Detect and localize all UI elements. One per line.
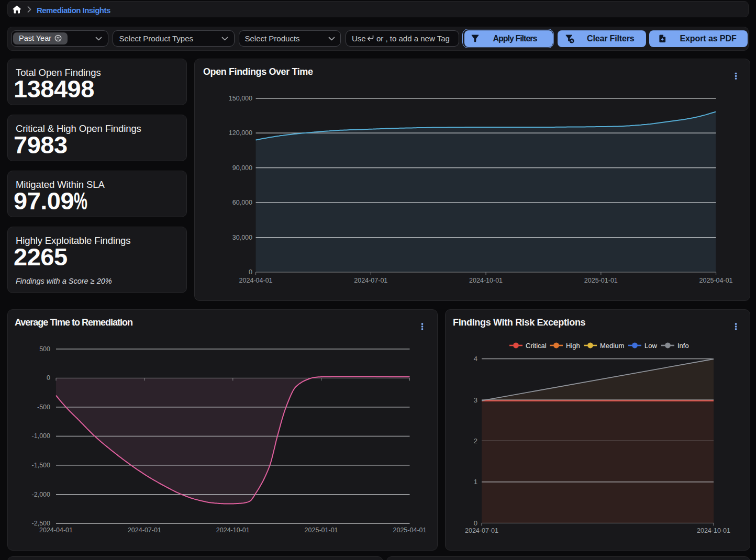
svg-text:2024-10-01: 2024-10-01 <box>216 527 250 534</box>
svg-text:High: High <box>566 341 580 349</box>
svg-text:2: 2 <box>474 437 477 445</box>
svg-text:500: 500 <box>39 345 50 352</box>
svg-text:2024-07-01: 2024-07-01 <box>465 527 498 534</box>
svg-text:Info: Info <box>677 341 689 349</box>
svg-text:2024-04-01: 2024-04-01 <box>239 277 273 284</box>
svg-text:4: 4 <box>474 355 477 363</box>
svg-text:60,000: 60,000 <box>232 199 252 206</box>
svg-text:2025-01-01: 2025-01-01 <box>584 277 618 284</box>
svg-text:2024-04-01: 2024-04-01 <box>39 527 73 534</box>
svg-text:-2,500: -2,500 <box>32 520 50 527</box>
svg-text:-2,000: -2,000 <box>32 490 50 498</box>
svg-text:0: 0 <box>474 519 477 527</box>
svg-text:2024-10-01: 2024-10-01 <box>469 277 503 284</box>
svg-text:2024-07-01: 2024-07-01 <box>354 277 387 284</box>
svg-text:-1,500: -1,500 <box>32 462 50 469</box>
svg-text:2024-07-01: 2024-07-01 <box>128 527 161 534</box>
svg-text:-1,000: -1,000 <box>32 432 50 440</box>
svg-text:3: 3 <box>474 396 477 404</box>
svg-text:2025-01-01: 2025-01-01 <box>305 527 338 534</box>
svg-text:0: 0 <box>249 268 252 276</box>
svg-text:30,000: 30,000 <box>232 234 252 241</box>
svg-text:120,000: 120,000 <box>229 129 252 137</box>
svg-text:Low: Low <box>644 341 657 349</box>
svg-text:Medium: Medium <box>600 341 624 349</box>
svg-text:150,000: 150,000 <box>229 95 252 102</box>
svg-text:2024-10-01: 2024-10-01 <box>697 527 730 534</box>
svg-text:2025-04-01: 2025-04-01 <box>699 277 733 284</box>
svg-text:0: 0 <box>47 374 50 382</box>
svg-text:Critical: Critical <box>526 341 547 349</box>
svg-text:-500: -500 <box>37 403 50 410</box>
svg-text:90,000: 90,000 <box>232 164 252 172</box>
svg-text:1: 1 <box>474 478 477 486</box>
svg-text:2025-04-01: 2025-04-01 <box>393 527 427 534</box>
